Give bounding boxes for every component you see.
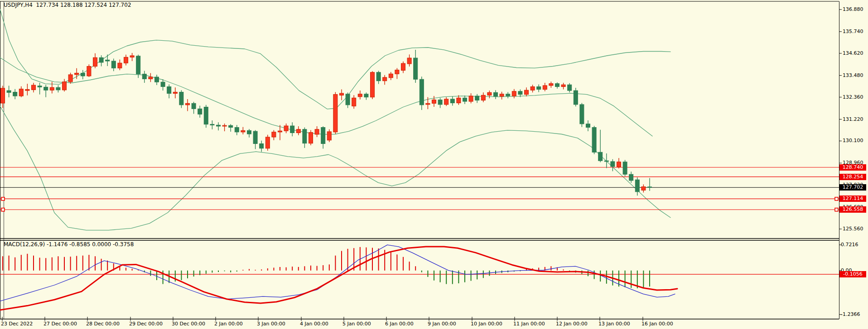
candle bbox=[561, 85, 565, 86]
macd-tick-label: 0.7216 bbox=[841, 242, 858, 248]
candle bbox=[598, 152, 603, 161]
candle bbox=[19, 89, 23, 96]
time-label: 4 Jan 00:00 bbox=[300, 321, 328, 327]
chart-plot-svg bbox=[0, 0, 868, 329]
candle bbox=[611, 162, 615, 167]
candle bbox=[303, 129, 307, 143]
time-label: 23 Dec 2022 bbox=[1, 321, 33, 327]
candle bbox=[512, 91, 516, 96]
candle bbox=[463, 98, 467, 101]
candle bbox=[414, 58, 418, 79]
candle bbox=[457, 98, 461, 103]
candle bbox=[1, 88, 5, 103]
candle bbox=[272, 132, 276, 137]
candle bbox=[290, 126, 294, 133]
candle bbox=[63, 82, 67, 90]
candle bbox=[111, 61, 116, 68]
candle bbox=[371, 72, 375, 97]
time-label: 29 Dec 00:00 bbox=[129, 321, 163, 327]
bollinger-middle-line bbox=[0, 57, 652, 136]
candle bbox=[284, 126, 288, 131]
candle bbox=[106, 60, 110, 61]
candle bbox=[648, 187, 652, 187]
candle bbox=[75, 73, 79, 75]
macd-signal-line bbox=[0, 247, 677, 310]
candle bbox=[315, 129, 319, 134]
candle bbox=[149, 77, 153, 79]
candle bbox=[555, 84, 559, 87]
candle bbox=[161, 82, 165, 86]
candle bbox=[623, 162, 627, 174]
candle bbox=[217, 125, 221, 126]
candle bbox=[475, 96, 479, 100]
price-tick-label: 130.100 bbox=[843, 138, 863, 143]
candle bbox=[376, 72, 381, 81]
time-label: 9 Jan 00:00 bbox=[428, 321, 456, 327]
candle bbox=[525, 90, 529, 94]
macd-tick-label: -1.2366 bbox=[841, 311, 860, 317]
candle bbox=[487, 92, 492, 95]
candle bbox=[321, 127, 325, 143]
price-tick-label: 125.560 bbox=[843, 226, 863, 232]
candle bbox=[629, 174, 633, 181]
level-line-handle[interactable] bbox=[1, 208, 5, 211]
candle bbox=[346, 94, 350, 105]
candle bbox=[506, 94, 510, 96]
candle bbox=[586, 124, 590, 128]
candle bbox=[568, 85, 572, 91]
candle bbox=[438, 100, 442, 105]
macd-level-badge: -0.1056 bbox=[839, 271, 866, 277]
candle bbox=[124, 57, 128, 63]
candle bbox=[265, 137, 270, 148]
candle bbox=[383, 77, 387, 81]
candle bbox=[537, 87, 541, 90]
price-badge-128.254: 128.254 bbox=[839, 174, 866, 180]
terminal-chart-window: USDJPY,H4 127.734 128.188 127.524 127.70… bbox=[0, 0, 868, 329]
time-label: 10 Jan 00:00 bbox=[471, 321, 502, 327]
price-tick-label: 132.360 bbox=[843, 94, 863, 100]
level-line-handle[interactable] bbox=[835, 208, 838, 211]
chart-title: USDJPY,H4 127.734 128.188 127.524 127.70… bbox=[4, 2, 131, 8]
candle bbox=[130, 56, 134, 57]
current-price-badge: 127.702 bbox=[839, 184, 866, 191]
level-line-handle[interactable] bbox=[835, 197, 838, 200]
candle bbox=[68, 75, 72, 82]
candle bbox=[450, 99, 454, 103]
candle bbox=[50, 87, 54, 90]
time-label: 11 Jan 00:00 bbox=[513, 321, 545, 327]
candle bbox=[641, 187, 646, 191]
candle bbox=[278, 131, 282, 132]
candle bbox=[198, 109, 202, 114]
macd-indicator-label: MACD(12,26,9) -1.1476 -0.8585 0.0000 -0.… bbox=[4, 241, 134, 248]
price-badge-126.558: 126.558 bbox=[839, 206, 866, 213]
candle bbox=[530, 87, 535, 91]
level-line-handle[interactable] bbox=[1, 197, 5, 200]
candle bbox=[241, 130, 245, 132]
candle bbox=[167, 87, 171, 94]
time-label: 5 Jan 00:00 bbox=[342, 321, 371, 327]
candle bbox=[44, 87, 48, 90]
candle bbox=[235, 127, 239, 132]
price-tick-label: 136.880 bbox=[843, 6, 863, 12]
candle bbox=[7, 91, 11, 92]
time-label: 12 Jan 00:00 bbox=[556, 321, 588, 327]
time-label: 30 Dec 00:00 bbox=[172, 321, 205, 327]
candle bbox=[401, 63, 405, 70]
candle bbox=[389, 74, 393, 78]
candle bbox=[549, 84, 553, 86]
candle bbox=[340, 93, 344, 95]
candle bbox=[118, 63, 122, 68]
candle bbox=[56, 87, 60, 90]
candle bbox=[99, 57, 103, 62]
candle bbox=[247, 130, 251, 134]
candle bbox=[32, 85, 36, 90]
candle bbox=[38, 86, 42, 87]
candle bbox=[518, 91, 522, 95]
candle bbox=[494, 92, 498, 96]
candle bbox=[444, 99, 448, 105]
candle bbox=[604, 161, 608, 162]
candle bbox=[469, 96, 473, 101]
candle bbox=[407, 58, 411, 64]
macd-main-line bbox=[0, 245, 675, 301]
candle bbox=[229, 125, 233, 127]
